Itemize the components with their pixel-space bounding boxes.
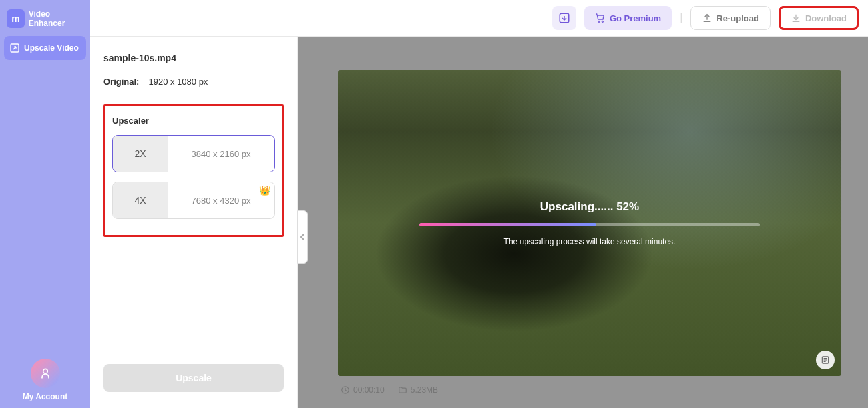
logo-icon: m [7, 9, 25, 28]
note-button[interactable] [816, 351, 835, 369]
svg-point-3 [598, 21, 600, 22]
content: sample-10s.mp4 Original: 1920 x 1080 px … [90, 37, 868, 408]
app-logo: m Video Enhancer [4, 7, 86, 36]
original-label: Original: [103, 77, 139, 87]
chevron-left-icon [300, 233, 305, 241]
upscaler-section: Upscaler 2X 3840 x 2160 px 4X 7680 x 432… [103, 104, 284, 237]
header: Go Premium | Re-upload Download [90, 0, 868, 37]
duration-value: 00:00:10 [353, 385, 385, 395]
sidebar-item-upscale-video[interactable]: Upscale Video [4, 36, 86, 60]
account-label: My Account [23, 392, 68, 401]
progress-note: The upscaling process will take several … [504, 237, 676, 246]
original-info: Original: 1920 x 1080 px [103, 77, 284, 87]
duration-info: 00:00:10 [341, 385, 385, 395]
avatar [31, 359, 60, 388]
progress-bar [419, 223, 760, 226]
scale-resolution: 3840 x 2160 px [168, 136, 274, 172]
right-panel: Upscaling...... 52% The upscaling proces… [298, 37, 868, 408]
upscale-button[interactable]: Upscale [103, 364, 284, 392]
note-icon [821, 355, 830, 365]
progress-fill [419, 223, 596, 226]
crown-icon: 👑 [259, 185, 270, 196]
nav-label: Upscale Video [24, 43, 79, 53]
import-button[interactable] [552, 6, 576, 30]
folder-icon [398, 385, 407, 395]
progress-label: Upscaling...... 52% [540, 200, 639, 214]
scale-option-4x[interactable]: 4X 7680 x 4320 px 👑 [112, 182, 275, 219]
scale-resolution: 7680 x 4320 px [168, 182, 274, 218]
sidebar: m Video Enhancer Upscale Video My Accoun… [0, 0, 90, 408]
my-account[interactable]: My Account [4, 359, 86, 401]
svg-point-1 [43, 369, 47, 373]
go-premium-button[interactable]: Go Premium [584, 6, 672, 30]
download-label: Download [805, 13, 847, 23]
filename: sample-10s.mp4 [103, 53, 284, 63]
clock-icon [341, 385, 350, 395]
app-name: Video Enhancer [29, 9, 86, 28]
scale-multiplier: 4X [113, 182, 168, 218]
collapse-handle[interactable] [297, 210, 308, 264]
upscale-icon [9, 43, 20, 53]
filesize-info: 5.23MB [398, 385, 438, 395]
download-icon [791, 13, 801, 23]
download-button[interactable]: Download [779, 6, 859, 30]
video-meta: 00:00:10 5.23MB [338, 376, 841, 395]
upscaler-title: Upscaler [112, 116, 275, 126]
main: Go Premium | Re-upload Download sample-1… [90, 0, 868, 408]
video-preview: Upscaling...... 52% The upscaling proces… [338, 70, 841, 376]
filesize-value: 5.23MB [411, 385, 438, 395]
svg-point-4 [602, 21, 603, 22]
original-resolution: 1920 x 1080 px [148, 77, 208, 87]
upload-icon [702, 13, 712, 23]
user-icon [39, 367, 52, 380]
left-panel: sample-10s.mp4 Original: 1920 x 1080 px … [90, 37, 298, 408]
reupload-label: Re-upload [716, 13, 759, 23]
reupload-button[interactable]: Re-upload [690, 6, 771, 30]
premium-label: Go Premium [610, 13, 661, 23]
divider: | [680, 12, 682, 24]
scale-option-2x[interactable]: 2X 3840 x 2160 px [112, 135, 275, 172]
scale-multiplier: 2X [113, 136, 168, 172]
cart-icon [595, 13, 606, 23]
import-icon [558, 12, 570, 24]
